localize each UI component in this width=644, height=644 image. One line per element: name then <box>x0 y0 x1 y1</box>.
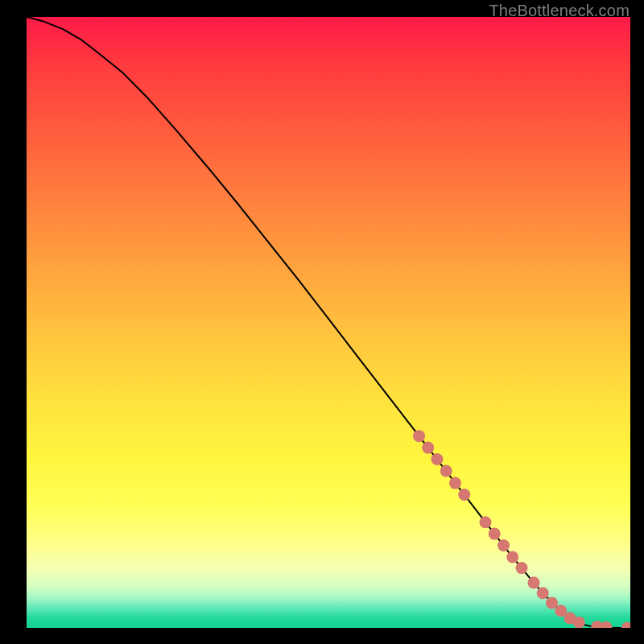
data-marker <box>458 489 470 501</box>
data-marker <box>480 516 492 528</box>
data-marker <box>489 528 501 540</box>
data-marker <box>546 597 558 609</box>
plot-area <box>27 17 630 628</box>
data-marker <box>537 587 549 599</box>
data-marker <box>621 622 630 629</box>
data-marker <box>506 551 518 563</box>
data-marker <box>573 617 585 628</box>
marker-group <box>413 430 630 628</box>
data-marker <box>497 539 510 551</box>
data-marker <box>422 442 434 454</box>
data-marker <box>431 453 444 465</box>
chart-stage: TheBottleneck.com <box>0 0 644 644</box>
data-marker <box>440 464 452 477</box>
data-marker <box>601 621 613 628</box>
data-marker <box>449 477 461 489</box>
chart-svg <box>27 17 630 628</box>
curve-line <box>27 17 630 628</box>
data-marker <box>528 576 540 588</box>
data-marker <box>516 562 528 574</box>
data-marker <box>413 430 425 442</box>
